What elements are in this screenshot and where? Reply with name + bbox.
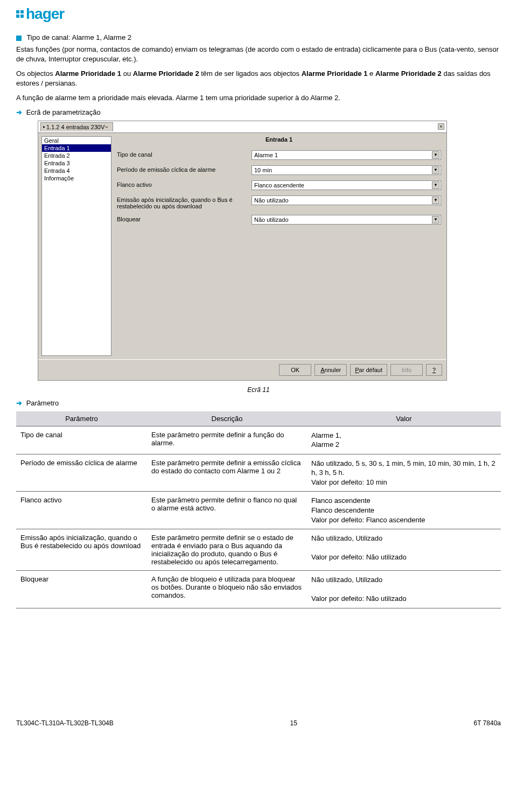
dialog-tabbar: ▸ 1.1.2 4 entradas 230V~ × (38, 121, 446, 133)
param-label: Período de emissão cíclica de alarme (117, 165, 251, 173)
section-para-2: Os objectos Alarme Prioridade 1 ou Alarm… (16, 69, 501, 88)
section-para-1: Estas funções (por norma, contactos de c… (16, 45, 501, 64)
footer-left: TL304C-TL310A-TL302B-TL304B (16, 719, 114, 727)
info-button[interactable]: Info (390, 364, 423, 376)
table-row: Flanco activoEste parâmetro permite defi… (16, 492, 501, 529)
cell-valor: Flanco ascendente Flanco descendente Val… (307, 492, 501, 529)
square-bullet-icon (16, 36, 22, 41)
dialog-sidebar: Geral Entrada 1 Entrada 2 Entrada 3 Entr… (41, 136, 111, 356)
table-row: Emissão após inicialização, quando o Bus… (16, 529, 501, 571)
section-para-3: A função de alarme tem a prioridade mais… (16, 93, 501, 103)
help-button[interactable]: ? (426, 364, 442, 376)
sidebar-item-geral[interactable]: Geral (42, 137, 111, 144)
section-title-text: Tipo de canal: Alarme 1, Alarme 2 (26, 33, 131, 41)
chevron-down-icon: ▼ (432, 181, 439, 189)
select-flanco[interactable]: Flanco ascendente ▼ (251, 180, 441, 190)
cell-valor: Não utilizado, 5 s, 30 s, 1 min, 5 min, … (307, 454, 501, 492)
table-row: Período de emissão cíclica de alarmeEste… (16, 454, 501, 492)
sidebar-item-entrada2[interactable]: Entrada 2 (42, 152, 111, 159)
footer-right: 6T 7840a (473, 719, 501, 727)
sidebar-item-informacoe[interactable]: Informaçõe (42, 174, 111, 182)
param-label: Bloquear (117, 215, 251, 222)
select-value: Não utilizado (254, 197, 289, 204)
select-value: 10 min (254, 167, 272, 173)
close-icon[interactable]: × (438, 123, 444, 130)
cell-valor: Não utilizado, Utilizado Valor por defei… (307, 529, 501, 571)
select-value: Alarme 1 (254, 152, 278, 158)
table-row: BloquearA função de bloqueio é utilizada… (16, 571, 501, 608)
dialog-tab-label: 1.1.2 4 entradas 230V~ (46, 124, 108, 130)
cell-parametro: Flanco activo (16, 492, 147, 529)
cell-parametro: Bloquear (16, 571, 147, 608)
chevron-down-icon: ▼ (432, 197, 439, 204)
col-header-parametro: Parâmetro (16, 411, 147, 426)
param-row-emissao: Emissão após inicialização, quando o Bus… (117, 195, 441, 209)
col-header-descricao: Descrição (147, 411, 307, 426)
brand-logo: hager (16, 5, 501, 23)
select-value: Flanco ascendente (254, 182, 304, 188)
subheading-parametrization: ➜ Ecrã de parametrização (16, 108, 501, 116)
dialog-main-title: Entrada 1 (117, 136, 441, 143)
sidebar-item-entrada1[interactable]: Entrada 1 (42, 144, 111, 152)
page-footer: TL304C-TL310A-TL302B-TL304B 15 6T 7840a (16, 716, 501, 727)
select-value: Não utilizado (254, 216, 289, 223)
param-row-flanco: Flanco activo Flanco ascendente ▼ (117, 180, 441, 190)
chevron-down-icon: ▼ (432, 151, 439, 159)
logo-dots-icon (16, 10, 24, 18)
chevron-down-icon: ▼ (432, 216, 439, 223)
dialog-button-row: OK Annuler Par défaut Info ? (38, 359, 446, 380)
dialog-main: Entrada 1 Tipo de canal Alarme 1 ▼ Perío… (111, 133, 446, 359)
cell-descricao: Este parâmetro permite definir o flanco … (147, 492, 307, 529)
select-emissao[interactable]: Não utilizado ▼ (251, 195, 441, 205)
subheading-1-text: Ecrã de parametrização (26, 108, 101, 116)
param-label: Flanco activo (117, 180, 251, 188)
chevron-down-icon: ▼ (432, 166, 439, 174)
cell-descricao: Este parâmetro permite definir a emissão… (147, 454, 307, 492)
cell-valor: Não utilizado, Utilizado Valor por defei… (307, 571, 501, 608)
param-row-periodo: Período de emissão cíclica de alarme 10 … (117, 165, 441, 175)
sidebar-item-entrada3[interactable]: Entrada 3 (42, 159, 111, 167)
cell-descricao: A função de bloqueio é utilizada para bl… (147, 571, 307, 608)
table-row: Tipo de canalEste parâmetro permite defi… (16, 426, 501, 454)
parameter-table: Parâmetro Descrição Valor Tipo de canalE… (16, 411, 501, 608)
subheading-2-text: Parâmetro (26, 399, 59, 407)
param-row-tipo-canal: Tipo de canal Alarme 1 ▼ (117, 150, 441, 160)
tab-triangle-icon: ▸ (43, 124, 45, 129)
footer-page-number: 15 (290, 719, 297, 727)
default-button[interactable]: Par défaut (350, 364, 387, 376)
col-header-valor: Valor (307, 411, 501, 426)
cell-parametro: Emissão após inicialização, quando o Bus… (16, 529, 147, 571)
param-row-bloquear: Bloquear Não utilizado ▼ (117, 215, 441, 225)
select-tipo-canal[interactable]: Alarme 1 ▼ (251, 150, 441, 160)
ok-button[interactable]: OK (279, 364, 311, 376)
cell-descricao: Este parâmetro permite definir se o esta… (147, 529, 307, 571)
cell-parametro: Tipo de canal (16, 426, 147, 454)
figure-caption: Ecrã 11 (16, 386, 501, 394)
section-heading: Tipo de canal: Alarme 1, Alarme 2 (16, 33, 501, 41)
cell-descricao: Este parâmetro permite definir a função … (147, 426, 307, 454)
arrow-right-icon: ➜ (16, 399, 22, 407)
param-label: Tipo de canal (117, 150, 251, 158)
sidebar-item-entrada4[interactable]: Entrada 4 (42, 167, 111, 174)
logo-text: hager (26, 5, 64, 23)
dialog-tab[interactable]: ▸ 1.1.2 4 entradas 230V~ (40, 122, 113, 131)
cancel-button[interactable]: Annuler (315, 364, 347, 376)
arrow-right-icon: ➜ (16, 108, 22, 116)
cell-parametro: Período de emissão cíclica de alarme (16, 454, 147, 492)
select-bloquear[interactable]: Não utilizado ▼ (251, 215, 441, 225)
select-periodo[interactable]: 10 min ▼ (251, 165, 441, 175)
subheading-parametro: ➜ Parâmetro (16, 399, 501, 407)
cell-valor: Alarme 1, Alarme 2 (307, 426, 501, 454)
ets-dialog: ▸ 1.1.2 4 entradas 230V~ × Geral Entrada… (38, 121, 447, 381)
param-label: Emissão após inicialização, quando o Bus… (117, 195, 251, 209)
table-header-row: Parâmetro Descrição Valor (16, 411, 501, 426)
